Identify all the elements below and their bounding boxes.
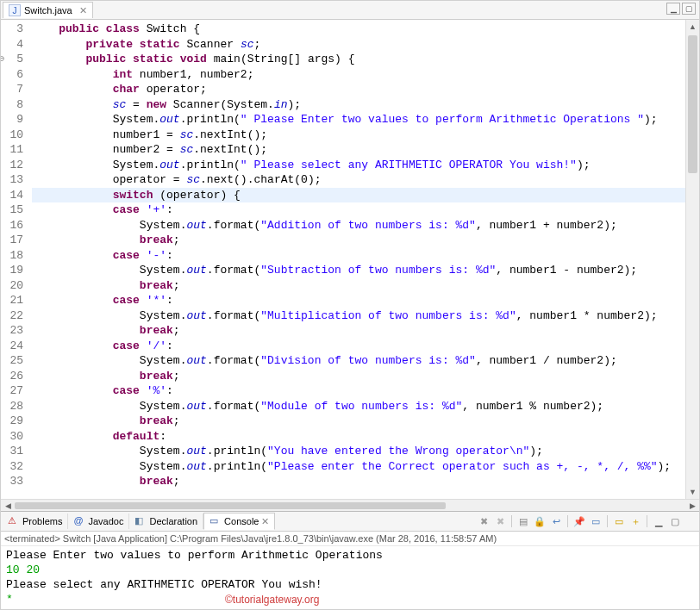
code-line[interactable]: break;	[32, 369, 685, 384]
java-file-icon: J	[9, 4, 21, 16]
code-line[interactable]: switch (operator) {	[32, 188, 685, 203]
scroll-down-icon[interactable]: ▼	[686, 485, 699, 499]
line-number: 22	[1, 308, 23, 324]
code-line[interactable]: System.out.format("Division of two numbe…	[32, 353, 685, 369]
tab-label: Declaration	[149, 516, 197, 526]
javadoc-icon: @	[73, 515, 85, 527]
close-icon[interactable]: ✕	[76, 5, 87, 16]
tab-declaration[interactable]: ◧Declaration	[129, 514, 203, 529]
scroll-left-icon[interactable]: ◀	[1, 501, 15, 510]
code-line[interactable]: System.out.println(" Please select any A…	[32, 158, 685, 173]
display-console-icon[interactable]: ▭	[589, 514, 603, 528]
code-line[interactable]: char operator;	[32, 82, 685, 97]
maximize-view-icon[interactable]: ▢	[668, 514, 682, 528]
scroll-up-icon[interactable]: ▲	[686, 20, 699, 34]
scroll-thumb-h[interactable]	[15, 502, 446, 509]
bottom-view-tabs: ⚠Problems@Javadoc◧Declaration▭Console ✕✖…	[1, 511, 699, 532]
line-number: 20	[1, 278, 23, 294]
tab-console[interactable]: ▭Console ✕	[203, 513, 275, 530]
tab-javadoc[interactable]: @Javadoc	[68, 514, 129, 529]
remove-launch-icon[interactable]: ✖	[477, 514, 491, 528]
code-line[interactable]: break;	[32, 278, 685, 294]
code-line[interactable]: break;	[32, 414, 685, 429]
line-number: 14	[1, 188, 23, 203]
line-number: 33	[1, 474, 23, 489]
pin-console-icon[interactable]: 📌	[572, 514, 586, 528]
line-number: 16	[1, 218, 23, 233]
remove-all-icon[interactable]: ✖	[493, 514, 507, 528]
console-output[interactable]: Please Enter two values to perform Arith…	[1, 546, 699, 610]
code-line[interactable]: break;	[32, 323, 685, 339]
console-toolbar: ✖✖▤🔒↩📌▭▭＋▁▢	[477, 514, 699, 528]
tab-label: Console	[224, 516, 259, 526]
code-line[interactable]: System.out.format("Addition of two numbe…	[32, 218, 685, 233]
code-line[interactable]: System.out.println(" Please Enter two va…	[32, 112, 685, 128]
line-number: 30	[1, 429, 23, 445]
console-process-label: <terminated> Switch [Java Application] C…	[1, 532, 699, 546]
code-line[interactable]: int number1, number2;	[32, 67, 685, 83]
code-editor[interactable]: 3456789101112131415161718192021222324252…	[1, 20, 699, 499]
new-console-icon[interactable]: ＋	[628, 514, 642, 528]
code-line[interactable]: case '-':	[32, 248, 685, 264]
line-number: 15	[1, 202, 23, 218]
line-number: 25	[1, 353, 23, 369]
clear-console-icon[interactable]: ▤	[516, 514, 530, 528]
code-line[interactable]: System.out.format("Multiplication of two…	[32, 308, 685, 324]
line-number: 27	[1, 383, 23, 399]
console-line: *	[6, 592, 694, 607]
code-line[interactable]: case '*':	[32, 293, 685, 308]
line-number: 12	[1, 158, 23, 173]
line-number: 5	[1, 52, 23, 67]
line-number: 10	[1, 128, 23, 143]
code-line[interactable]: operator = sc.next().charAt(0);	[32, 172, 685, 188]
code-line[interactable]: default:	[32, 429, 685, 445]
tab-problems[interactable]: ⚠Problems	[3, 514, 68, 529]
line-number: 29	[1, 414, 23, 429]
line-number: 7	[1, 82, 23, 97]
line-number: 32	[1, 459, 23, 475]
word-wrap-icon[interactable]: ↩	[549, 514, 563, 528]
code-line[interactable]: break;	[32, 474, 685, 489]
console-line: Please select any ARITHMETIC OPERATOR Yo…	[6, 577, 694, 592]
tab-label: Problems	[22, 516, 62, 526]
code-line[interactable]: public static void main(String[] args) {	[32, 52, 685, 67]
code-line[interactable]: case '+':	[32, 202, 685, 218]
line-number: 23	[1, 323, 23, 339]
scroll-lock-icon[interactable]: 🔒	[533, 514, 547, 528]
code-line[interactable]: number2 = sc.nextInt();	[32, 142, 685, 158]
line-number: 28	[1, 399, 23, 414]
code-line[interactable]: number1 = sc.nextInt();	[32, 128, 685, 143]
scroll-right-icon[interactable]: ▶	[685, 501, 699, 510]
line-number-gutter: 3456789101112131415161718192021222324252…	[1, 20, 28, 499]
line-number: 3	[1, 22, 23, 37]
console-line: Multiplication of two numbers is: 200	[6, 607, 694, 610]
line-number: 26	[1, 369, 23, 384]
declaration-icon: ◧	[134, 515, 147, 527]
scroll-thumb[interactable]	[688, 35, 697, 173]
code-line[interactable]: System.out.format("Module of two numbers…	[32, 399, 685, 414]
code-content[interactable]: public class Switch { private static Sca…	[28, 20, 685, 499]
code-line[interactable]: public class Switch {	[32, 22, 685, 37]
line-number: 11	[1, 142, 23, 158]
close-icon[interactable]: ✕	[261, 516, 269, 527]
line-number: 9	[1, 112, 23, 128]
code-line[interactable]: sc = new Scanner(System.in);	[32, 97, 685, 113]
editor-tab-label: Switch.java	[24, 5, 72, 16]
open-console-icon[interactable]: ▭	[612, 514, 626, 528]
maximize-icon[interactable]: ▢	[682, 3, 696, 15]
minimize-icon[interactable]: ▁	[666, 3, 680, 15]
editor-tab-switch-java[interactable]: J Switch.java ✕	[3, 2, 93, 18]
tab-label: Javadoc	[88, 516, 123, 526]
horizontal-scrollbar[interactable]: ◀ ▶ ©tutorialgateway.org	[1, 499, 699, 511]
code-line[interactable]: System.out.println("Please enter the Cor…	[32, 459, 685, 475]
code-line[interactable]: case '/':	[32, 339, 685, 354]
code-line[interactable]: private static Scanner sc;	[32, 37, 685, 53]
console-line: 10 20	[6, 563, 694, 577]
code-line[interactable]: System.out.println("You have entered the…	[32, 444, 685, 459]
code-line[interactable]: System.out.format("Subtraction of two nu…	[32, 263, 685, 278]
code-line[interactable]: case '%':	[32, 383, 685, 399]
console-icon: ▭	[209, 515, 222, 527]
code-line[interactable]: break;	[32, 233, 685, 248]
vertical-scrollbar[interactable]: ▲ ▼	[685, 20, 699, 499]
minimize-view-icon[interactable]: ▁	[652, 514, 666, 528]
